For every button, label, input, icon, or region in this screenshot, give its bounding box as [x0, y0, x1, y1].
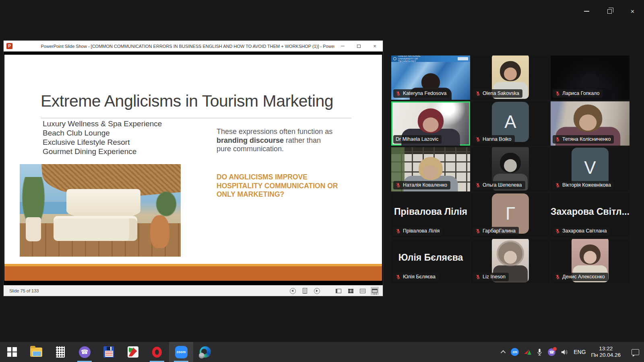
- participant-name-text: Прівалова Лілія: [403, 228, 440, 234]
- annotation-menu-button[interactable]: [301, 287, 309, 295]
- opera-icon: [152, 347, 162, 358]
- mic-muted-icon: [475, 137, 481, 142]
- participant-name-label: Захарова Світлана: [553, 227, 610, 235]
- ppt-minimize-button[interactable]: [334, 41, 351, 51]
- participant-tile[interactable]: Лариса Гопкало: [551, 56, 630, 100]
- next-slide-button[interactable]: [313, 287, 321, 295]
- participant-display-name: Прівалова Лілія: [391, 193, 470, 230]
- participant-tile[interactable]: Прівалова Лілія Прівалова Лілія: [391, 193, 470, 237]
- slide-body-text: These expressions often function as bran…: [217, 128, 337, 154]
- save-app-button[interactable]: [97, 342, 121, 362]
- participant-tile[interactable]: Захарова Світл... Захарова Світлана: [551, 193, 630, 237]
- reading-view-button[interactable]: [359, 287, 367, 295]
- bullet-item: Luxury Wellness & Spa Experience: [43, 119, 162, 128]
- antivirus-tray-icon[interactable]: [524, 349, 531, 355]
- participant-name-label: Olena Sakovska: [473, 89, 522, 98]
- slide-body-bold: branding discourse: [217, 136, 284, 144]
- participant-tile[interactable]: A Hanna Boiko: [471, 101, 550, 146]
- media-app-button[interactable]: [121, 342, 145, 362]
- photo-plant-left: [20, 177, 47, 234]
- participant-name-label: Liz Ineson: [473, 273, 509, 281]
- restore-button[interactable]: [598, 0, 621, 23]
- bullet-item: Gourmet Dining Experience: [43, 147, 162, 156]
- mic-muted-icon: [396, 228, 401, 234]
- slide-sorter-view-icon: [348, 289, 353, 293]
- participant-name-label: Прівалова Лілія: [393, 227, 443, 235]
- participant-name-text: Тетяна Колісниченко: [562, 136, 611, 142]
- mic-muted-icon: [475, 274, 481, 280]
- participant-tile[interactable]: Liz Ineson: [471, 239, 550, 283]
- slideshow-stage[interactable]: Extreme Anglicisms in Tourism Marketing …: [4, 51, 383, 285]
- ppt-close-button[interactable]: ×: [367, 41, 383, 51]
- participant-name-label: Денис Алексєєнко: [553, 273, 608, 281]
- media-app-icon: [128, 346, 138, 358]
- photo-terracotta-pot: [150, 215, 169, 249]
- participant-name-text: Dr Mihaela Lazovic: [396, 136, 438, 142]
- ppt-maximize-button[interactable]: [351, 41, 367, 51]
- participant-name-text: Liz Ineson: [483, 274, 506, 280]
- window-controls: ×: [575, 0, 644, 23]
- participant-name-label: Юлія Бєляєва: [393, 273, 439, 281]
- tray-expand-button[interactable]: [502, 350, 506, 354]
- participant-name-text: Наталія Коваленко: [403, 182, 447, 188]
- university-logo-icon: [393, 57, 396, 60]
- file-explorer-button[interactable]: [24, 342, 48, 362]
- slide-sorter-view-button[interactable]: [347, 287, 355, 295]
- normal-view-button[interactable]: [334, 287, 343, 295]
- zoom-icon: zoom: [175, 346, 188, 358]
- edge-button[interactable]: [193, 342, 217, 362]
- participant-tile[interactable]: Olena Sakovska: [471, 56, 550, 100]
- participant-name-label: Вікторія Кожевнікова: [553, 181, 614, 189]
- participant-name-text: Захарова Світлана: [562, 228, 607, 234]
- bullet-item: Beach Club Lounge: [43, 128, 162, 138]
- calculator-button[interactable]: [48, 342, 72, 362]
- action-center-icon[interactable]: [632, 349, 639, 355]
- start-button[interactable]: [0, 342, 24, 362]
- file-explorer-icon: [30, 348, 42, 357]
- participant-name-label: ГарбарГалина: [473, 227, 519, 235]
- zoom-button[interactable]: zoom: [169, 342, 193, 362]
- participant-tile[interactable]: Ольга Шепелева: [471, 147, 550, 191]
- slideshow-view-button[interactable]: [371, 287, 379, 295]
- university-banner: Odesa National University of Technology: [391, 56, 470, 62]
- participant-tile[interactable]: Dr Mihaela Lazovic: [391, 101, 470, 146]
- clock-date: Пн 20.04.26: [591, 352, 621, 358]
- participant-tile[interactable]: Odesa National University of Technology …: [391, 56, 470, 100]
- slide: Extreme Anglicisms in Tourism Marketing …: [4, 55, 382, 281]
- participant-tile[interactable]: Тетяна Колісниченко: [551, 101, 630, 146]
- participant-display-name: Захарова Світл...: [551, 193, 630, 230]
- taskbar: zoom zm ENG 13:22 Пн 20.04.26: [0, 342, 644, 362]
- zoom-tray-icon[interactable]: zm: [511, 348, 519, 356]
- viber-button[interactable]: [72, 342, 97, 362]
- slide-photo: [20, 164, 181, 257]
- photo-sofa: [54, 216, 137, 241]
- powerpoint-titlebar[interactable]: P PowerPoint Slide Show - [COMMON COMMUN…: [4, 41, 383, 51]
- participant-tile[interactable]: Денис Алексєєнко: [551, 239, 630, 283]
- participant-name-text: Лариса Гопкало: [562, 90, 600, 96]
- minimize-button[interactable]: [575, 0, 598, 23]
- participant-name-label: Kateryna Fedosova: [393, 89, 450, 98]
- opera-button[interactable]: [145, 342, 169, 362]
- viber-tray-icon[interactable]: [548, 348, 555, 356]
- close-icon: ×: [631, 8, 635, 15]
- clock[interactable]: 13:22 Пн 20.04.26: [591, 346, 621, 358]
- participant-name-label: Тетяна Колісниченко: [553, 135, 614, 144]
- participant-tile[interactable]: V Вікторія Кожевнікова: [551, 147, 630, 191]
- previous-slide-button[interactable]: [289, 287, 297, 295]
- calculator-icon: [56, 346, 65, 358]
- mic-muted-icon: [396, 183, 401, 188]
- close-button[interactable]: ×: [621, 0, 644, 23]
- language-indicator[interactable]: ENG: [574, 349, 586, 355]
- mic-muted-icon: [555, 228, 560, 234]
- slide-counter: Slide 75 of 133: [4, 288, 39, 293]
- volume-tray-icon[interactable]: [561, 349, 568, 356]
- ppt-minimize-icon: [341, 46, 345, 47]
- participant-name-text: Денис Алексєєнко: [562, 274, 605, 280]
- annotation-menu-icon: [303, 288, 307, 294]
- participant-tile[interactable]: Г ГарбарГалина: [471, 193, 550, 237]
- next-slide-icon: [316, 290, 318, 292]
- microphone-tray-icon[interactable]: [537, 348, 543, 356]
- participant-tile[interactable]: Наталія Коваленко: [391, 147, 470, 191]
- participant-tile[interactable]: Юлія Бєляєва Юлія Бєляєва: [391, 239, 470, 283]
- participant-display-name: Юлія Бєляєва: [391, 239, 470, 276]
